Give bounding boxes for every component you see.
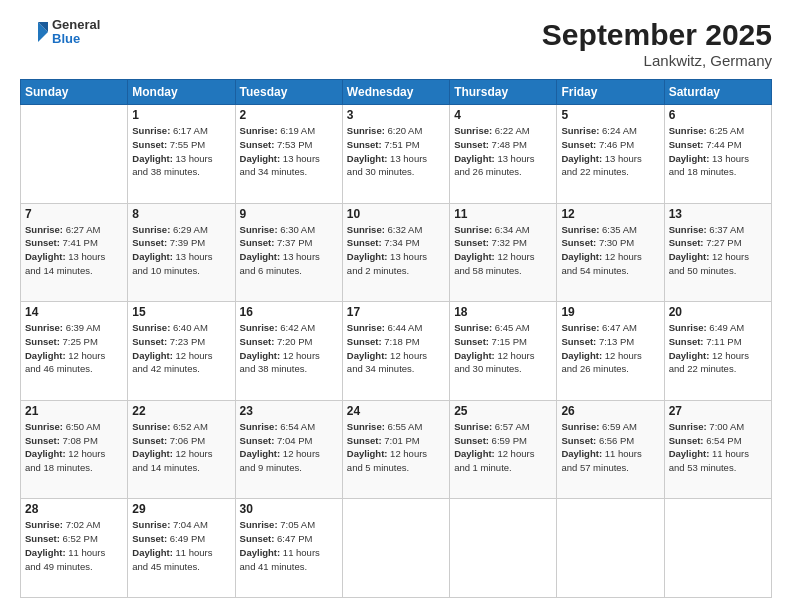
day-info-line: Sunrise: 7:04 AM xyxy=(132,518,230,532)
calendar-cell: 24Sunrise: 6:55 AMSunset: 7:01 PMDayligh… xyxy=(342,400,449,499)
day-info-line: Sunrise: 7:00 AM xyxy=(669,420,767,434)
day-number: 28 xyxy=(25,502,123,516)
calendar-cell: 7Sunrise: 6:27 AMSunset: 7:41 PMDaylight… xyxy=(21,203,128,302)
calendar-cell: 17Sunrise: 6:44 AMSunset: 7:18 PMDayligh… xyxy=(342,302,449,401)
calendar-cell: 29Sunrise: 7:04 AMSunset: 6:49 PMDayligh… xyxy=(128,499,235,598)
day-info-line: Sunset: 6:56 PM xyxy=(561,434,659,448)
calendar-cell: 1Sunrise: 6:17 AMSunset: 7:55 PMDaylight… xyxy=(128,105,235,204)
day-number: 30 xyxy=(240,502,338,516)
day-info-line: Sunrise: 6:37 AM xyxy=(669,223,767,237)
day-info-line: Sunrise: 6:40 AM xyxy=(132,321,230,335)
day-info: Sunrise: 6:34 AMSunset: 7:32 PMDaylight:… xyxy=(454,223,552,278)
calendar-cell: 20Sunrise: 6:49 AMSunset: 7:11 PMDayligh… xyxy=(664,302,771,401)
calendar-cell: 8Sunrise: 6:29 AMSunset: 7:39 PMDaylight… xyxy=(128,203,235,302)
day-info-line: Daylight: 12 hours and 58 minutes. xyxy=(454,250,552,278)
day-info: Sunrise: 6:35 AMSunset: 7:30 PMDaylight:… xyxy=(561,223,659,278)
day-info-line: Sunrise: 6:47 AM xyxy=(561,321,659,335)
calendar-cell: 22Sunrise: 6:52 AMSunset: 7:06 PMDayligh… xyxy=(128,400,235,499)
day-info-line: Sunrise: 6:59 AM xyxy=(561,420,659,434)
day-number: 27 xyxy=(669,404,767,418)
day-info: Sunrise: 6:57 AMSunset: 6:59 PMDaylight:… xyxy=(454,420,552,475)
logo: General Blue xyxy=(20,18,100,47)
day-info-line: Sunrise: 6:20 AM xyxy=(347,124,445,138)
calendar-cell: 9Sunrise: 6:30 AMSunset: 7:37 PMDaylight… xyxy=(235,203,342,302)
day-info: Sunrise: 6:22 AMSunset: 7:48 PMDaylight:… xyxy=(454,124,552,179)
day-number: 16 xyxy=(240,305,338,319)
day-info-line: Daylight: 11 hours and 57 minutes. xyxy=(561,447,659,475)
day-info-line: Sunset: 7:53 PM xyxy=(240,138,338,152)
day-info-line: Daylight: 13 hours and 38 minutes. xyxy=(132,152,230,180)
day-info: Sunrise: 6:47 AMSunset: 7:13 PMDaylight:… xyxy=(561,321,659,376)
day-number: 17 xyxy=(347,305,445,319)
day-number: 25 xyxy=(454,404,552,418)
page-title: September 2025 xyxy=(542,18,772,52)
day-info: Sunrise: 6:45 AMSunset: 7:15 PMDaylight:… xyxy=(454,321,552,376)
logo-text: General Blue xyxy=(52,18,100,47)
day-info: Sunrise: 6:55 AMSunset: 7:01 PMDaylight:… xyxy=(347,420,445,475)
day-info-line: Sunset: 7:34 PM xyxy=(347,236,445,250)
day-info: Sunrise: 7:05 AMSunset: 6:47 PMDaylight:… xyxy=(240,518,338,573)
calendar-cell xyxy=(664,499,771,598)
day-info-line: Sunset: 7:13 PM xyxy=(561,335,659,349)
day-number: 23 xyxy=(240,404,338,418)
day-info: Sunrise: 6:27 AMSunset: 7:41 PMDaylight:… xyxy=(25,223,123,278)
calendar-cell: 25Sunrise: 6:57 AMSunset: 6:59 PMDayligh… xyxy=(450,400,557,499)
day-info-line: Sunset: 7:44 PM xyxy=(669,138,767,152)
day-info-line: Sunset: 7:25 PM xyxy=(25,335,123,349)
day-info-line: Sunset: 7:06 PM xyxy=(132,434,230,448)
day-info: Sunrise: 6:52 AMSunset: 7:06 PMDaylight:… xyxy=(132,420,230,475)
day-info-line: Sunset: 7:46 PM xyxy=(561,138,659,152)
day-info-line: Sunrise: 6:27 AM xyxy=(25,223,123,237)
day-info: Sunrise: 7:04 AMSunset: 6:49 PMDaylight:… xyxy=(132,518,230,573)
day-info-line: Sunrise: 6:45 AM xyxy=(454,321,552,335)
day-info-line: Daylight: 12 hours and 46 minutes. xyxy=(25,349,123,377)
calendar-week-3: 14Sunrise: 6:39 AMSunset: 7:25 PMDayligh… xyxy=(21,302,772,401)
day-info-line: Daylight: 12 hours and 54 minutes. xyxy=(561,250,659,278)
day-info-line: Daylight: 13 hours and 30 minutes. xyxy=(347,152,445,180)
calendar-cell: 28Sunrise: 7:02 AMSunset: 6:52 PMDayligh… xyxy=(21,499,128,598)
day-info-line: Daylight: 12 hours and 5 minutes. xyxy=(347,447,445,475)
calendar-header-sunday: Sunday xyxy=(21,80,128,105)
calendar-cell: 30Sunrise: 7:05 AMSunset: 6:47 PMDayligh… xyxy=(235,499,342,598)
day-info-line: Sunset: 7:01 PM xyxy=(347,434,445,448)
calendar-cell: 12Sunrise: 6:35 AMSunset: 7:30 PMDayligh… xyxy=(557,203,664,302)
calendar-header-tuesday: Tuesday xyxy=(235,80,342,105)
day-info-line: Sunset: 6:52 PM xyxy=(25,532,123,546)
day-info-line: Sunset: 7:48 PM xyxy=(454,138,552,152)
day-number: 20 xyxy=(669,305,767,319)
calendar-cell: 18Sunrise: 6:45 AMSunset: 7:15 PMDayligh… xyxy=(450,302,557,401)
day-info-line: Sunrise: 6:57 AM xyxy=(454,420,552,434)
calendar-cell: 15Sunrise: 6:40 AMSunset: 7:23 PMDayligh… xyxy=(128,302,235,401)
day-info-line: Daylight: 12 hours and 14 minutes. xyxy=(132,447,230,475)
calendar-header-saturday: Saturday xyxy=(664,80,771,105)
calendar-cell: 14Sunrise: 6:39 AMSunset: 7:25 PMDayligh… xyxy=(21,302,128,401)
day-info-line: Daylight: 12 hours and 34 minutes. xyxy=(347,349,445,377)
calendar-week-1: 1Sunrise: 6:17 AMSunset: 7:55 PMDaylight… xyxy=(21,105,772,204)
calendar-cell: 4Sunrise: 6:22 AMSunset: 7:48 PMDaylight… xyxy=(450,105,557,204)
day-info-line: Sunrise: 7:05 AM xyxy=(240,518,338,532)
calendar-week-5: 28Sunrise: 7:02 AMSunset: 6:52 PMDayligh… xyxy=(21,499,772,598)
day-number: 7 xyxy=(25,207,123,221)
day-number: 22 xyxy=(132,404,230,418)
day-number: 18 xyxy=(454,305,552,319)
calendar-cell xyxy=(557,499,664,598)
day-info-line: Daylight: 12 hours and 38 minutes. xyxy=(240,349,338,377)
day-info: Sunrise: 6:50 AMSunset: 7:08 PMDaylight:… xyxy=(25,420,123,475)
day-info: Sunrise: 6:40 AMSunset: 7:23 PMDaylight:… xyxy=(132,321,230,376)
calendar-header-thursday: Thursday xyxy=(450,80,557,105)
day-number: 8 xyxy=(132,207,230,221)
day-number: 6 xyxy=(669,108,767,122)
day-info-line: Sunset: 7:08 PM xyxy=(25,434,123,448)
day-info: Sunrise: 6:32 AMSunset: 7:34 PMDaylight:… xyxy=(347,223,445,278)
calendar-cell: 6Sunrise: 6:25 AMSunset: 7:44 PMDaylight… xyxy=(664,105,771,204)
day-info-line: Sunset: 7:41 PM xyxy=(25,236,123,250)
day-info-line: Sunset: 7:32 PM xyxy=(454,236,552,250)
calendar-header-friday: Friday xyxy=(557,80,664,105)
day-info-line: Sunset: 6:47 PM xyxy=(240,532,338,546)
day-number: 5 xyxy=(561,108,659,122)
day-info-line: Sunset: 6:54 PM xyxy=(669,434,767,448)
day-info-line: Sunrise: 6:44 AM xyxy=(347,321,445,335)
calendar-cell: 13Sunrise: 6:37 AMSunset: 7:27 PMDayligh… xyxy=(664,203,771,302)
day-number: 29 xyxy=(132,502,230,516)
day-info: Sunrise: 6:25 AMSunset: 7:44 PMDaylight:… xyxy=(669,124,767,179)
